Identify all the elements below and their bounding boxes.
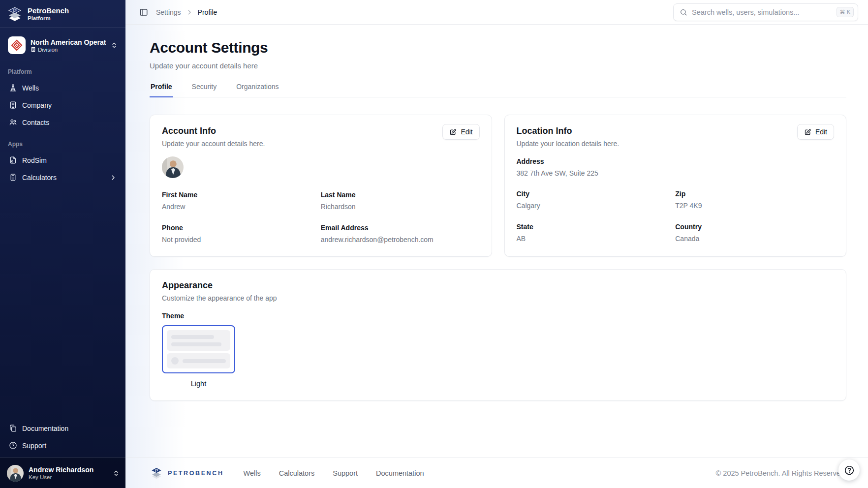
user-menu[interactable]: Andrew Richardson Key User <box>0 458 125 488</box>
field-label: Country <box>675 223 834 231</box>
chevron-up-down-icon <box>111 42 118 49</box>
chevron-right-icon <box>110 174 117 181</box>
field-value: andrew.richardson@petrobench.com <box>321 236 480 244</box>
org-logo-icon <box>8 36 26 54</box>
card-subtitle: Update your location details here. <box>517 140 835 148</box>
petrobench-diamond-icon <box>150 467 163 480</box>
sidebar-toggle-icon[interactable] <box>137 6 150 19</box>
org-type-label: Division <box>38 47 58 53</box>
field-value: AB <box>517 235 676 243</box>
field-country: Country Canada <box>675 223 834 243</box>
copy-pages-icon <box>9 424 17 432</box>
help-fab-button[interactable] <box>838 459 860 481</box>
user-text: Andrew Richardson Key User <box>29 466 108 480</box>
page-content: Account Settings Update your account det… <box>125 25 868 458</box>
field-address: Address 382 7th Ave SW, Suite 225 <box>517 157 835 177</box>
sidebar-item-contacts[interactable]: Contacts <box>4 114 122 130</box>
sidebar-item-label: Company <box>22 101 52 109</box>
search-input[interactable] <box>692 8 832 16</box>
app-root: PetroBench Platform North American Opera… <box>0 0 868 488</box>
field-value: Richardson <box>321 203 480 211</box>
brand-text: PetroBench Platform <box>28 6 69 21</box>
tab-organizations[interactable]: Organizations <box>235 83 279 97</box>
field-phone: Phone Not provided <box>162 224 321 244</box>
sidebar-item-rodsim[interactable]: RodSim <box>4 152 122 168</box>
petrobench-logo-icon <box>7 6 23 22</box>
account-fields: First Name Andrew Last Name Richardson P… <box>162 191 480 244</box>
tab-security[interactable]: Security <box>191 83 218 97</box>
theme-skeleton-block <box>167 353 230 368</box>
topbar: Settings Profile ⌘ K <box>125 0 868 25</box>
global-search[interactable]: ⌘ K <box>673 3 858 21</box>
theme-preview-light[interactable] <box>162 325 235 373</box>
sidebar-spacer <box>0 186 125 420</box>
org-name: North American Operations <box>31 38 106 46</box>
brand-name: PetroBench <box>28 6 69 15</box>
footer-link-calculators[interactable]: Calculators <box>279 469 315 477</box>
footer-links: Wells Calculators Support Documentation <box>244 469 424 477</box>
file-gear-icon <box>9 156 17 164</box>
page-title: Account Settings <box>150 39 846 56</box>
tabs: Profile Security Organizations <box>150 83 846 97</box>
brand-header[interactable]: PetroBench Platform <box>0 0 125 28</box>
sidebar-item-wells[interactable]: Wells <box>4 80 122 96</box>
field-value: Not provided <box>162 236 321 244</box>
field-value: T2P 4K9 <box>675 202 834 210</box>
card-title: Location Info <box>517 126 835 136</box>
sidebar-item-support[interactable]: Support <box>4 437 122 454</box>
footer-wordmark: PETROBENCH <box>168 470 224 477</box>
sidebar-item-company[interactable]: Company <box>4 97 122 113</box>
keyboard-shortcut-badge: ⌘ K <box>837 7 854 17</box>
theme-option-light[interactable]: Light <box>162 325 235 388</box>
sidebar: PetroBench Platform North American Opera… <box>0 0 125 488</box>
user-avatar <box>7 465 24 482</box>
theme-caption: Light <box>162 380 235 388</box>
field-last-name: Last Name Richardson <box>321 191 480 211</box>
field-label: First Name <box>162 191 321 199</box>
field-email: Email Address andrew.richardson@petroben… <box>321 224 480 244</box>
calculator-icon <box>9 173 17 182</box>
location-fields: City Calgary Zip T2P 4K9 State AB Coun <box>517 190 835 243</box>
search-icon <box>680 8 687 16</box>
field-value: Canada <box>675 235 834 243</box>
footer-link-documentation[interactable]: Documentation <box>376 469 424 477</box>
breadcrumb-settings[interactable]: Settings <box>156 8 181 16</box>
chevron-right-icon <box>186 9 193 16</box>
field-value: 382 7th Ave SW, Suite 225 <box>517 169 835 177</box>
footer-link-support[interactable]: Support <box>333 469 358 477</box>
footer-logo[interactable]: PETROBENCH <box>150 467 224 480</box>
sidebar-item-documentation[interactable]: Documentation <box>4 420 122 436</box>
edit-location-button[interactable]: Edit <box>797 124 834 140</box>
tab-profile[interactable]: Profile <box>150 83 173 97</box>
org-text: North American Operations Division <box>31 38 106 53</box>
sidebar-item-calculators[interactable]: Calculators <box>4 169 122 185</box>
org-switcher[interactable]: North American Operations Division <box>4 33 122 58</box>
question-mark-icon <box>844 465 855 476</box>
field-value: Calgary <box>517 202 676 210</box>
edit-account-button[interactable]: Edit <box>442 124 479 140</box>
users-icon <box>9 118 17 126</box>
field-zip: Zip T2P 4K9 <box>675 190 834 210</box>
account-info-card: Account Info Update your account details… <box>150 115 492 257</box>
profile-photo <box>162 156 184 178</box>
user-role: Key User <box>29 474 108 480</box>
edit-pencil-icon <box>804 128 811 136</box>
card-subtitle: Customize the appearance of the app <box>162 294 834 302</box>
brand-subtitle: Platform <box>28 15 69 21</box>
field-label: Email Address <box>321 224 480 232</box>
oil-derrick-icon <box>9 84 17 92</box>
sidebar-item-label: Wells <box>22 84 39 92</box>
sidebar-item-label: Documentation <box>22 425 68 432</box>
edit-pencil-icon <box>449 128 457 136</box>
user-name: Andrew Richardson <box>29 466 108 474</box>
breadcrumb: Settings Profile <box>156 8 217 16</box>
field-value: Andrew <box>162 203 321 211</box>
page-footer: PETROBENCH Wells Calculators Support Doc… <box>125 458 868 488</box>
field-state: State AB <box>517 223 676 243</box>
field-label: Zip <box>675 190 834 198</box>
card-title: Account Info <box>162 126 480 136</box>
card-title: Appearance <box>162 280 834 291</box>
card-subtitle: Update your account details here. <box>162 140 480 148</box>
footer-link-wells[interactable]: Wells <box>244 469 261 477</box>
info-cards-row: Account Info Update your account details… <box>150 115 846 257</box>
